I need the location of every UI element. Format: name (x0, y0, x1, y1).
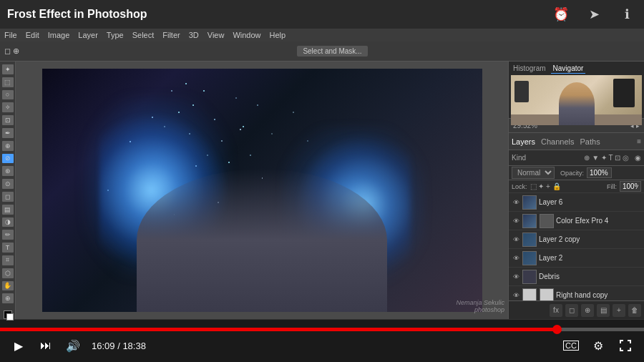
fullscreen-button[interactable] (617, 337, 634, 354)
layers-fx-button[interactable]: fx (550, 304, 562, 317)
layers-tab-layers[interactable]: Layers (512, 137, 535, 146)
layer-row-debris[interactable]: 👁 Debris (509, 268, 644, 286)
tool-history[interactable]: ⊙ (2, 179, 14, 189)
lock-icons: ⬚ ✦ + 🔒 (530, 182, 561, 190)
tool-clone[interactable]: ⊛ (2, 166, 14, 176)
controls-row: ▶ ⏭ 🔊 16:09 / 18:38 CC ⚙ (0, 337, 644, 354)
layer-row-layer2copy[interactable]: 👁 Layer 2 copy (509, 230, 644, 249)
menu-window[interactable]: Window (233, 31, 260, 39)
menu-help[interactable]: Help (270, 31, 286, 39)
layers-options: Kind ⊕ ▼ ✦ T ⊡ ◎ ◉ (509, 150, 644, 166)
left-tools-panel: ✦ ⬚ ○ ✧ ⊡ ✒ ⊕ ⊘ ⊛ ⊙ ◻ ▤ ◑ ✏ T ⌗ ⬡ ✋ ⊕ (0, 62, 16, 319)
layers-mask-button[interactable]: ◻ (565, 304, 578, 317)
canvas-area[interactable] (16, 62, 508, 319)
watermark-sub: photoshop (456, 306, 504, 313)
tool-select[interactable]: ⬚ (2, 77, 14, 87)
histogram-tab[interactable]: Histogram (511, 64, 548, 74)
menu-image[interactable]: Image (48, 31, 70, 39)
person-silhouette (137, 169, 387, 312)
tool-gradient[interactable]: ▤ (2, 205, 14, 215)
blend-mode-select[interactable]: Normal Multiply Screen (512, 167, 555, 179)
layers-adjustment-button[interactable]: ⊕ (581, 304, 594, 317)
settings-button[interactable]: ⚙ (590, 337, 607, 354)
menu-type[interactable]: Type (107, 31, 124, 39)
filter-toggle[interactable]: ◉ (635, 154, 641, 162)
tool-move[interactable]: ✦ (2, 64, 14, 74)
layer-thumb-layer6 (522, 195, 537, 210)
layer-vis-layer2copy[interactable]: 👁 (512, 235, 520, 244)
layer-name-layer6: Layer 6 (539, 198, 641, 206)
layer-thumb-layer2copy (522, 233, 537, 247)
layer-row-righthandcopy[interactable]: 👁 Right hand copy (509, 286, 644, 300)
menu-filter[interactable]: Filter (162, 31, 180, 39)
info-icon[interactable]: ℹ (617, 4, 637, 24)
tool-eyedropper[interactable]: ✒ (2, 128, 14, 138)
tool-hand[interactable]: ✋ (2, 281, 14, 291)
captions-button[interactable]: CC (562, 337, 580, 354)
time-display: 16:09 / 18:38 (92, 341, 146, 351)
layer-thumb-layer2 (522, 251, 537, 265)
right-panel: Histogram Navigator 29.52% ◂ ▸ Layers Ch… (508, 62, 644, 319)
layer-vis-colorefex[interactable]: 👁 (512, 217, 520, 225)
layer-vis-righthandcopy[interactable]: 👁 (512, 291, 520, 300)
menu-file[interactable]: File (4, 31, 17, 39)
time-separator: / (115, 341, 123, 351)
layer-mask-colorefex (540, 214, 554, 228)
tool-eraser[interactable]: ◻ (2, 192, 14, 202)
layer-name-righthandcopy: Right hand copy (556, 291, 641, 299)
menu-bar: File Edit Image Layer Type Select Filter… (0, 29, 644, 41)
navigator-tab[interactable]: Navigator (551, 64, 586, 74)
progress-filled (0, 328, 557, 331)
layer-vis-layer6[interactable]: 👁 (512, 198, 520, 207)
layers-delete-button[interactable]: 🗑 (628, 304, 641, 317)
skip-button[interactable]: ⏭ (37, 337, 54, 354)
histogram-panel: Histogram Navigator (509, 62, 644, 119)
layer-row-colorefex[interactable]: 👁 Color Efex Pro 4 (509, 212, 644, 230)
menu-view[interactable]: View (208, 31, 225, 39)
play-button[interactable]: ▶ (10, 337, 27, 354)
tool-zoom[interactable]: ⊕ (2, 293, 14, 303)
opacity-input[interactable] (587, 167, 612, 178)
tool-path[interactable]: ⌗ (2, 255, 14, 265)
menu-layer[interactable]: Layer (78, 31, 98, 39)
layers-new-button[interactable]: + (613, 304, 625, 317)
tool-dodge[interactable]: ◑ (2, 217, 14, 228)
tool-lasso[interactable]: ○ (2, 90, 14, 100)
canvas-image (42, 69, 482, 312)
share-icon[interactable]: ➤ (584, 4, 604, 24)
menu-edit[interactable]: Edit (26, 31, 39, 39)
tool-crop[interactable]: ⊡ (2, 115, 14, 125)
layer-vis-debris[interactable]: 👁 (512, 273, 520, 281)
tool-heal[interactable]: ⊕ (2, 141, 14, 151)
layer-row-layer2[interactable]: 👁 Layer 2 (509, 249, 644, 268)
layer-vis-layer2[interactable]: 👁 (512, 254, 520, 263)
progress-bar[interactable] (0, 328, 644, 331)
toolbar-left-item: ◻ ⊕ (4, 47, 19, 56)
tool-pen[interactable]: ✏ (2, 230, 14, 240)
layer-name-layer2copy: Layer 2 copy (539, 235, 641, 243)
locks-row: Lock: ⬚ ✦ + 🔒 Fill: (509, 180, 644, 193)
tool-text[interactable]: T (2, 243, 14, 253)
menu-3d[interactable]: 3D (189, 31, 199, 39)
layers-group-button[interactable]: ▤ (597, 304, 610, 317)
webcam-view (511, 75, 642, 125)
current-time: 16:09 (92, 341, 115, 351)
select-mask-button[interactable]: Select and Mask... (297, 46, 367, 57)
watermark: Nemanja Sekulic photoshop (456, 299, 504, 313)
tool-brush[interactable]: ⊘ (2, 154, 14, 164)
tool-shape[interactable]: ⬡ (2, 268, 14, 278)
webcam-person (559, 82, 595, 125)
volume-button[interactable]: 🔊 (64, 337, 82, 354)
layers-tab-paths[interactable]: Paths (580, 137, 600, 146)
tool-magic[interactable]: ✧ (2, 102, 14, 112)
layers-footer: fx ◻ ⊕ ▤ + 🗑 (509, 300, 644, 319)
clock-icon[interactable]: ⏰ (551, 4, 571, 24)
total-time: 18:38 (122, 341, 146, 351)
layer-row-layer6[interactable]: 👁 Layer 6 (509, 193, 644, 212)
menu-select[interactable]: Select (132, 31, 155, 39)
layers-tab-channels[interactable]: Channels (541, 137, 574, 146)
fill-input[interactable] (620, 181, 641, 192)
layers-menu-icon[interactable]: ≡ (637, 137, 641, 145)
progress-dot (552, 325, 562, 334)
kind-label: Kind (512, 154, 526, 162)
